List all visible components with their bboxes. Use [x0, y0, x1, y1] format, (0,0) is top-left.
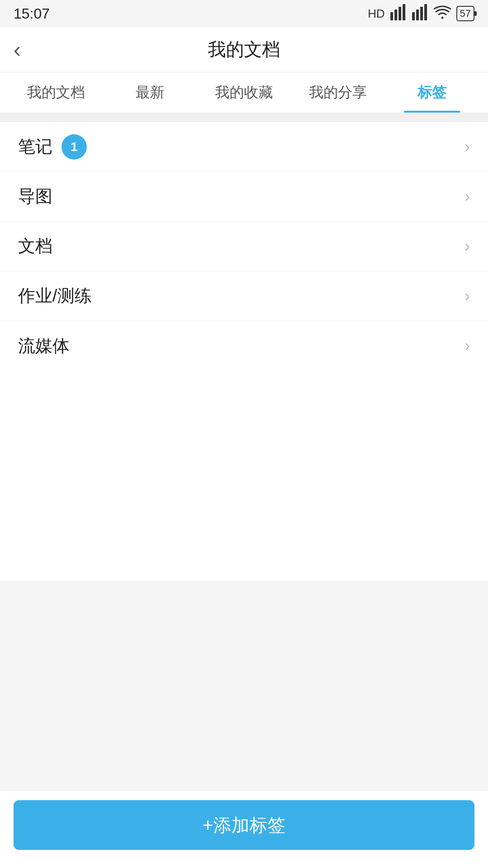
tab-latest[interactable]: 最新 — [103, 72, 197, 113]
list-item-streaming-left: 流媒体 — [18, 335, 70, 358]
svg-rect-3 — [403, 4, 405, 20]
back-button[interactable]: ‹ — [14, 39, 21, 61]
tab-favorites[interactable]: 我的收藏 — [197, 72, 291, 113]
chevron-homework-icon: › — [465, 287, 470, 306]
chevron-notes-icon: › — [465, 137, 470, 156]
list-item-document-label: 文档 — [18, 235, 52, 258]
list-item-document[interactable]: 文档 › — [0, 222, 488, 271]
svg-rect-2 — [399, 7, 401, 20]
list-item-homework-left: 作业/测练 — [18, 284, 92, 307]
list-item-document-left: 文档 — [18, 235, 52, 258]
svg-rect-6 — [420, 7, 423, 20]
list-container: 笔记 1 › 导图 › 文档 › 作业/测练 › 流媒体 › — [0, 122, 488, 581]
battery-level: 57 — [460, 8, 471, 19]
list-item-notes[interactable]: 笔记 1 › — [0, 122, 488, 172]
wifi-icon — [434, 5, 451, 22]
chevron-mindmap-icon: › — [465, 187, 470, 206]
status-icons: HD 57 — [368, 4, 474, 24]
tab-tags[interactable]: 标签 — [385, 72, 479, 113]
notes-badge: 1 — [61, 134, 87, 160]
page-title: 我的文档 — [208, 37, 280, 62]
list-item-streaming-label: 流媒体 — [18, 335, 70, 358]
signal-bars2-icon — [412, 4, 428, 24]
signal-icon: HD — [368, 7, 385, 21]
tab-shares[interactable]: 我的分享 — [291, 72, 385, 113]
content-spacer — [0, 581, 488, 791]
list-item-homework[interactable]: 作业/测练 › — [0, 271, 488, 321]
bottom-bar: +添加标签 — [0, 791, 488, 868]
battery-icon: 57 — [456, 6, 474, 21]
add-tag-button[interactable]: +添加标签 — [14, 800, 474, 850]
status-bar: 15:07 HD — [0, 0, 488, 27]
list-item-notes-label: 笔记 — [18, 135, 52, 158]
signal-bars-icon — [390, 4, 407, 24]
list-item-mindmap-left: 导图 — [18, 185, 52, 208]
svg-rect-5 — [416, 9, 419, 20]
status-time: 15:07 — [14, 5, 50, 22]
list-item-mindmap-label: 导图 — [18, 185, 52, 208]
tabs-bar: 我的文档 最新 我的收藏 我的分享 标签 — [0, 72, 488, 113]
list-item-notes-left: 笔记 1 — [18, 134, 87, 160]
tab-my-docs[interactable]: 我的文档 — [9, 72, 103, 113]
svg-rect-1 — [394, 9, 397, 20]
list-item-mindmap[interactable]: 导图 › — [0, 172, 488, 222]
chevron-streaming-icon: › — [465, 336, 470, 355]
svg-rect-0 — [390, 12, 393, 20]
list-item-homework-label: 作业/测练 — [18, 284, 92, 307]
svg-rect-7 — [424, 4, 427, 20]
header: ‹ 我的文档 — [0, 27, 488, 72]
chevron-document-icon: › — [465, 237, 470, 256]
list-item-streaming[interactable]: 流媒体 › — [0, 321, 488, 371]
svg-rect-4 — [412, 12, 415, 20]
